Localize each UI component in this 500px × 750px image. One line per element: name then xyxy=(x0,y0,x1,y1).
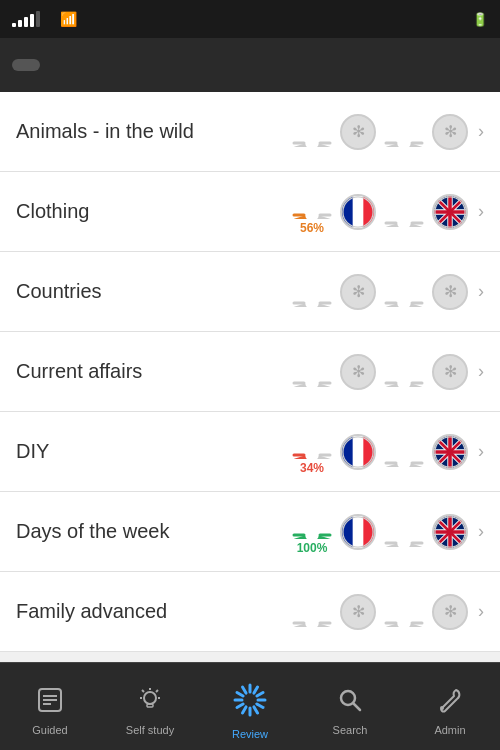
list-item-animals[interactable]: Animals - in the wild ✻ ✻ › xyxy=(0,92,500,172)
fr-flag xyxy=(340,434,376,470)
status-left: 📶 xyxy=(12,11,77,27)
guided-icon xyxy=(36,686,64,720)
tab-review[interactable]: Review xyxy=(200,674,300,740)
svg-rect-225 xyxy=(147,704,153,707)
svg-line-102 xyxy=(320,385,330,387)
svg-line-233 xyxy=(257,692,263,696)
search-label: Search xyxy=(333,724,368,736)
tab-search[interactable]: Search xyxy=(300,678,400,736)
svg-line-1 xyxy=(295,145,305,147)
list-item-diy[interactable]: DIY34% › xyxy=(0,412,500,492)
svg-line-242 xyxy=(243,687,247,693)
svg-line-193 xyxy=(295,625,305,627)
item-label: Clothing xyxy=(16,200,290,223)
svg-line-135 xyxy=(387,465,397,467)
flag-placeholder-1: ✻ xyxy=(340,354,376,390)
chevron-icon: › xyxy=(478,361,484,382)
fr-score-pct: 34% xyxy=(300,461,324,475)
tab-self-study[interactable]: Self study xyxy=(100,678,200,736)
admin-icon xyxy=(436,686,464,720)
chevron-icon: › xyxy=(478,121,484,142)
signal-bars xyxy=(12,11,40,27)
svg-text:✻: ✻ xyxy=(444,123,457,140)
gauge-placeholder-1 xyxy=(290,597,334,627)
svg-text:✻: ✻ xyxy=(444,283,457,300)
svg-line-235 xyxy=(257,704,263,708)
item-right: ✻ ✻ › xyxy=(290,274,484,310)
flag-placeholder-2: ✻ xyxy=(432,114,468,150)
svg-text:✻: ✻ xyxy=(352,603,365,620)
fr-score-group: 34% xyxy=(290,429,334,475)
gauge-placeholder-1 xyxy=(290,277,334,307)
flag-placeholder-2: ✻ xyxy=(432,274,468,310)
nav-bar xyxy=(0,38,500,92)
item-right: 56% › xyxy=(290,189,484,235)
svg-point-245 xyxy=(440,706,444,710)
chevron-icon: › xyxy=(478,441,484,462)
fr-flag xyxy=(340,194,376,230)
battery-icon: 🔋 xyxy=(472,12,488,27)
svg-line-24 xyxy=(412,145,422,147)
chevron-icon: › xyxy=(478,201,484,222)
gauge-placeholder-1 xyxy=(290,357,334,387)
chevron-icon: › xyxy=(478,521,484,542)
svg-line-93 xyxy=(295,385,305,387)
item-label: Current affairs xyxy=(16,360,290,383)
back-button[interactable] xyxy=(12,59,40,71)
gauge-placeholder-2 xyxy=(382,277,426,307)
svg-point-224 xyxy=(144,692,156,704)
tab-admin[interactable]: Admin xyxy=(400,678,500,736)
svg-text:✻: ✻ xyxy=(444,603,457,620)
list-item-countries[interactable]: Countries ✻ ✻ › xyxy=(0,252,500,332)
svg-line-241 xyxy=(237,692,243,696)
item-right: 34% › xyxy=(290,429,484,475)
flag-placeholder-2: ✻ xyxy=(432,354,468,390)
item-right: 100% › xyxy=(290,509,484,555)
item-label: Countries xyxy=(16,280,290,303)
status-right: 🔋 xyxy=(468,12,488,27)
item-label: Family advanced xyxy=(16,600,290,623)
svg-line-228 xyxy=(142,690,144,692)
self-study-label: Self study xyxy=(126,724,174,736)
svg-line-239 xyxy=(237,704,243,708)
svg-line-88 xyxy=(412,305,422,307)
svg-text:✻: ✻ xyxy=(352,283,365,300)
en-flag xyxy=(432,434,468,470)
status-bar: 📶 🔋 xyxy=(0,0,500,38)
svg-line-79 xyxy=(387,305,397,307)
svg-text:✻: ✻ xyxy=(352,123,365,140)
en-score-group xyxy=(382,197,426,227)
svg-line-202 xyxy=(320,625,330,627)
svg-line-121 xyxy=(295,457,305,459)
svg-line-29 xyxy=(295,217,305,219)
list-item-clothing[interactable]: Clothing56% › xyxy=(0,172,500,252)
svg-line-144 xyxy=(412,465,422,467)
en-score-group xyxy=(382,437,426,467)
chevron-icon: › xyxy=(478,281,484,302)
list-item-current-affairs[interactable]: Current affairs ✻ ✻ › xyxy=(0,332,500,412)
list-item-family-advanced[interactable]: Family advanced ✻ ✻ › xyxy=(0,572,500,652)
en-score-group xyxy=(382,517,426,547)
svg-line-116 xyxy=(412,385,422,387)
svg-line-180 xyxy=(412,545,422,547)
list-item-days-of-week[interactable]: Days of the week100% › xyxy=(0,492,500,572)
search-icon xyxy=(336,686,364,720)
en-flag xyxy=(432,194,468,230)
fr-score-group: 56% xyxy=(290,189,334,235)
tab-guided[interactable]: Guided xyxy=(0,678,100,736)
flag-placeholder-2: ✻ xyxy=(432,594,468,630)
tab-bar: Guided Self study Review Search Admin xyxy=(0,662,500,750)
svg-line-238 xyxy=(243,706,247,712)
en-flag xyxy=(432,514,468,550)
item-label: DIY xyxy=(16,440,290,463)
gauge-placeholder-2 xyxy=(382,597,426,627)
svg-line-38 xyxy=(320,217,330,219)
gauge-placeholder-2 xyxy=(382,117,426,147)
item-right: ✻ ✻ › xyxy=(290,594,484,630)
wifi-icon: 📶 xyxy=(60,11,77,27)
svg-line-52 xyxy=(412,225,422,227)
svg-line-232 xyxy=(254,687,258,693)
item-right: ✻ ✻ › xyxy=(290,354,484,390)
flag-placeholder-1: ✻ xyxy=(340,274,376,310)
svg-line-166 xyxy=(320,537,330,539)
